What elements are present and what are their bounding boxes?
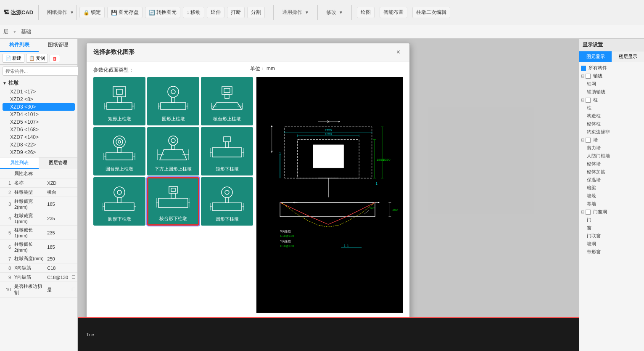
right-tree-column-masonry[interactable]: 砌体柱 <box>581 120 642 128</box>
break-btn[interactable]: 打断 <box>227 7 245 18</box>
prop-row-3-value[interactable]: 185 <box>45 197 70 211</box>
svg-rect-42 <box>225 142 229 148</box>
prop-row-2-value[interactable]: 棱台 <box>45 188 70 197</box>
property-panel: 属性列表 图层管理 属性名称 1 名称 XZD <box>0 157 77 351</box>
right-tree-wall-civil-defense[interactable]: 人防门框墙 <box>581 152 642 160</box>
tree-child-xzd8[interactable]: XZD8 <22> <box>3 141 75 149</box>
tree-child-xzd5[interactable]: XZD5 <107> <box>3 118 75 126</box>
tree-child-xzd2[interactable]: XZD2 <8> <box>3 96 75 103</box>
smart-layout-btn[interactable]: 智能布置 <box>380 7 407 18</box>
lock-btn[interactable]: 🔒 锁定 <box>79 7 105 18</box>
right-tree-wall-ledge[interactable]: 墙垛 <box>581 192 642 200</box>
right-tree-column-constraint[interactable]: 约束边缘非 <box>581 128 642 136</box>
right-tree-axis-net[interactable]: 轴网 <box>581 80 642 88</box>
prop-row-6-extra <box>70 240 77 254</box>
svg-rect-35 <box>172 145 175 149</box>
copy-btn[interactable]: 📋 复制 <box>26 54 48 63</box>
tree-child-xzd7[interactable]: XZD7 <140> <box>3 133 75 141</box>
prop-row-8-value[interactable]: C18 <box>45 263 70 273</box>
search-input[interactable] <box>3 66 80 76</box>
svg-marker-80 <box>271 125 273 127</box>
prop-row-10-value[interactable]: 是 <box>45 282 70 298</box>
shape-cell-3[interactable]: 圆台形上柱墩 <box>93 127 145 176</box>
right-tree-wall-shear[interactable]: 剪力墙 <box>581 144 642 152</box>
right-tree-wall-parapet[interactable]: 毒墙 <box>581 200 642 208</box>
tab-drawing-management[interactable]: 图纸管理 <box>39 39 77 52</box>
new-btn[interactable]: 📄 新建 <box>3 54 24 63</box>
right-tab-floor-display[interactable]: 楼层显示 <box>612 51 644 62</box>
prop-row-6-value[interactable]: 185 <box>45 240 70 254</box>
dialog-overlay: 选择参数化图形 × 参数化截面类型： 单位： mm <box>78 39 579 351</box>
tree-child-xzd4[interactable]: XZD4 <101> <box>3 111 75 118</box>
shape-cell-7[interactable]: 棱台形下柱墩 <box>147 177 199 226</box>
axis-checkbox[interactable] <box>586 74 591 79</box>
shape-cell-6[interactable]: 圆形下柱墩 <box>93 177 145 226</box>
dialog-body: 参数化截面类型： 单位： mm <box>87 61 409 318</box>
right-tree-axis-aux[interactable]: 辅助轴线 <box>581 88 642 96</box>
tab-component-list[interactable]: 构件列表 <box>0 39 39 52</box>
prop-row-5-value[interactable]: 235 <box>45 226 70 240</box>
right-tree-opening-door-window[interactable]: 门联窗 <box>581 232 642 240</box>
delete-btn[interactable]: 🗑 <box>50 55 60 62</box>
right-tree-opening-wall-hole[interactable]: 墙洞 <box>581 240 642 248</box>
toolbar-group-drawing: 图纸操作 ▼ 🔒 锁定 💾 图元存盘 🔄 转换图元 ↕ 移动 延伸 打断 分割 <box>44 5 268 20</box>
shape-cell-1[interactable]: 圆形上柱墩 <box>147 77 199 125</box>
move-btn[interactable]: ↕ 移动 <box>183 7 204 18</box>
dialog-close-btn[interactable]: × <box>394 48 403 57</box>
shape-cell-5[interactable]: 矩形下柱墩 <box>201 127 253 176</box>
right-tab-element-display[interactable]: 图元显示 <box>579 51 612 62</box>
column-edit-btn[interactable]: 柱墩二次编辑 <box>412 7 450 18</box>
opening-checkbox[interactable] <box>586 210 591 215</box>
right-tree-wall-masonry[interactable]: 砌体墙 <box>581 160 642 168</box>
right-tree-column-parent[interactable]: ⊟ 柱 <box>581 96 642 104</box>
right-tree-wall-hidden-beam[interactable]: 暗梁 <box>581 184 642 192</box>
right-tree-opening-strip-window[interactable]: 带形窗 <box>581 248 642 256</box>
save-element-btn[interactable]: 💾 图元存盘 <box>107 7 143 18</box>
right-tree-wall-parent[interactable]: ⊟ 墙 <box>581 136 642 144</box>
extend-btn[interactable]: 延伸 <box>207 7 224 18</box>
convert-element-btn[interactable]: 🔄 转换图元 <box>145 7 180 18</box>
tree-child-xzd3[interactable]: XZD3 <30> <box>3 103 75 111</box>
all-components-checkbox[interactable] <box>581 66 586 71</box>
column-checkbox[interactable] <box>586 98 591 103</box>
right-sidebar-tabs: 图元显示 楼层显示 <box>579 51 644 62</box>
split-btn[interactable]: 分割 <box>247 7 265 18</box>
svg-text:1: 1 <box>375 181 377 186</box>
svg-rect-41 <box>224 137 230 142</box>
shape-cell-0[interactable]: 矩形上柱墩 <box>93 77 145 125</box>
second-toolbar: 层 ▼ 基础 <box>0 25 644 39</box>
prop-tab-attributes[interactable]: 属性列表 <box>0 157 39 169</box>
right-tree-all-components[interactable]: 所有构件 <box>581 64 642 72</box>
shape-selection-dialog: 选择参数化图形 × 参数化截面类型： 单位： mm <box>86 43 410 340</box>
right-tree-axis-parent[interactable]: ⊟ 轴线 <box>581 72 642 80</box>
col-num <box>0 169 13 178</box>
draw-btn[interactable]: 绘图 <box>357 7 375 18</box>
shape-cell-2[interactable]: 棱台形上柱墩 <box>201 77 253 125</box>
tree-child-xzd1[interactable]: XZD1 <17> <box>3 88 75 96</box>
tree-parent-column[interactable]: ▼ 柱墩 <box>3 78 75 88</box>
column-label: 柱 <box>593 97 598 103</box>
right-tree-opening-door[interactable]: 门 <box>581 216 642 224</box>
right-tree-column-col[interactable]: 柱 <box>581 104 642 112</box>
prop-row-7-value[interactable]: 250 <box>45 254 70 263</box>
prop-row-1-value[interactable]: XZD <box>45 178 70 188</box>
shape-svg-7 <box>156 184 190 214</box>
prop-row-9-value[interactable]: C18@130 <box>45 273 70 282</box>
prop-tab-layers[interactable]: 图层管理 <box>39 157 77 169</box>
tree-child-xzd6[interactable]: XZD6 <168> <box>3 126 75 133</box>
right-tree-column-structural[interactable]: 构造柱 <box>581 112 642 120</box>
wall-checkbox[interactable] <box>586 138 591 143</box>
tree-parent-label: 柱墩 <box>8 80 18 87</box>
right-tree-opening-parent[interactable]: ⊟ 门窗洞 <box>581 208 642 216</box>
right-tree-wall-masonry-rebar[interactable]: 砌体加筋 <box>581 168 642 176</box>
prop-row-4-value[interactable]: 235 <box>45 211 70 226</box>
layer-dropdown-arrow: ▼ <box>13 29 17 34</box>
right-tree-wall-insulation[interactable]: 保温墙 <box>581 176 642 184</box>
svg-rect-27 <box>118 148 121 153</box>
shape-cell-4[interactable]: 下方上圆形上柱墩 <box>147 127 199 176</box>
shape-cell-8[interactable]: 圆形下柱墩 <box>201 177 253 226</box>
prop-row-4: 4 柱墩截宽1(mm) 235 <box>0 211 77 226</box>
right-tree-opening-window[interactable]: 窗 <box>581 224 642 232</box>
tree-child-xzd9[interactable]: XZD9 <26> <box>3 149 75 156</box>
right-sidebar: 显示设置 图元显示 楼层显示 所有构件 ⊟ 轴线 轴网 辅助轴线 ⊟ 柱 柱 <box>579 39 644 351</box>
